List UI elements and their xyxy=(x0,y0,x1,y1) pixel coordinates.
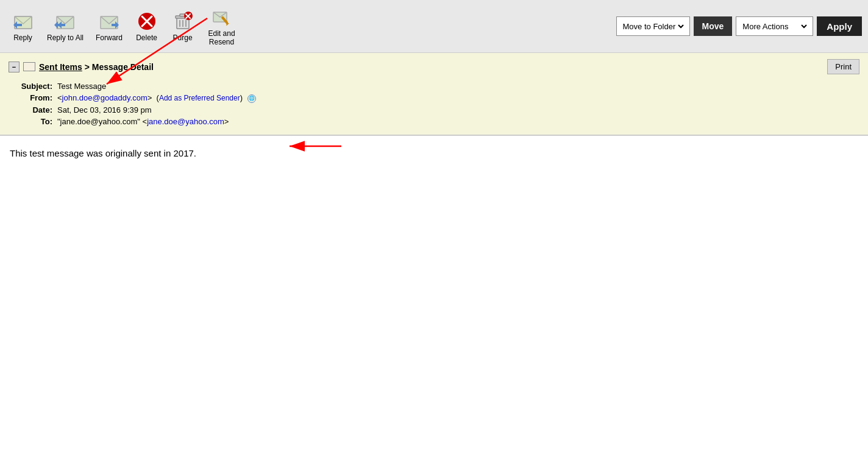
delete-label: Delete xyxy=(136,34,157,42)
date-value: Sat, Dec 03, 2016 9:39 pm xyxy=(57,105,152,115)
from-email-link[interactable]: john.doe@godaddy.com xyxy=(62,93,148,102)
edit-resend-icon xyxy=(211,6,233,28)
message-detail-label: Message Detail xyxy=(92,62,154,72)
edit-resend-button[interactable]: Edit and Resend xyxy=(202,4,241,49)
move-to-folder-select[interactable]: Move to Folder Inbox Sent Items Drafts T… xyxy=(616,16,690,36)
folder-dropdown[interactable]: Move to Folder Inbox Sent Items Drafts T… xyxy=(621,21,686,32)
message-body: This test message was originally sent in… xyxy=(0,135,868,379)
date-label: Date: xyxy=(9,105,52,115)
reply-button[interactable]: Reply xyxy=(6,8,40,44)
from-value: <john.doe@godaddy.com> (Add as Preferred… xyxy=(57,93,256,103)
collapse-button[interactable]: − xyxy=(9,62,20,72)
svg-rect-3 xyxy=(17,24,22,26)
subject-label: Subject: xyxy=(9,82,52,91)
message-body-text: This test message was originally sent in… xyxy=(10,148,858,158)
to-email-link[interactable]: jane.doe@yahoo.com xyxy=(147,117,224,126)
reply-all-icon xyxy=(54,10,76,32)
svg-rect-8 xyxy=(62,24,65,26)
subject-value: Test Message xyxy=(57,82,106,91)
to-value: "jane.doe@yahoo.com" <jane.doe@yahoo.com… xyxy=(57,117,229,126)
breadcrumb: Sent Items > Message Detail xyxy=(39,62,154,72)
print-button[interactable]: Print xyxy=(827,59,859,74)
breadcrumb-bar: − Sent Items > Message Detail Print xyxy=(9,59,859,74)
date-field: Date: Sat, Dec 03, 2016 9:39 pm xyxy=(9,105,859,115)
reply-label: Reply xyxy=(13,34,32,42)
subject-field: Subject: Test Message xyxy=(9,82,859,91)
to-field: To: "jane.doe@yahoo.com" <jane.doe@yahoo… xyxy=(9,117,859,126)
svg-rect-1 xyxy=(15,16,32,29)
reply-all-label: Reply to All xyxy=(47,34,84,42)
move-button[interactable]: Move xyxy=(694,16,733,36)
sent-items-link[interactable]: Sent Items xyxy=(39,62,82,72)
from-field: From: <john.doe@godaddy.com> (Add as Pre… xyxy=(9,93,859,103)
to-label: To: xyxy=(9,117,52,126)
toolbar: Reply Reply to All xyxy=(0,0,868,53)
purge-label: Purge xyxy=(173,34,193,42)
purge-icon xyxy=(172,10,194,32)
forward-button[interactable]: Forward xyxy=(91,8,127,44)
toolbar-right-controls: Move to Folder Inbox Sent Items Drafts T… xyxy=(616,16,862,36)
from-label: From: xyxy=(9,93,52,102)
edit-resend-label: Edit and Resend xyxy=(208,29,235,46)
more-actions-dropdown[interactable]: More Actions Mark as Unread Mark as Read… xyxy=(740,21,809,32)
add-preferred-sender-link[interactable]: Add as Preferred Sender xyxy=(159,94,240,102)
to-display-name: "jane.doe@yahoo.com" xyxy=(57,117,140,126)
reply-all-button[interactable]: Reply to All xyxy=(42,8,88,44)
svg-marker-5 xyxy=(54,21,58,29)
delete-icon xyxy=(136,10,158,32)
breadcrumb-envelope-icon xyxy=(23,62,35,71)
forward-label: Forward xyxy=(96,34,123,42)
forward-icon xyxy=(98,10,120,32)
more-actions-select[interactable]: More Actions Mark as Unread Mark as Read… xyxy=(736,16,813,36)
globe-icon: 🌐 xyxy=(247,94,256,103)
delete-button[interactable]: Delete xyxy=(130,8,163,44)
purge-button[interactable]: Purge xyxy=(166,8,199,44)
message-detail-area: − Sent Items > Message Detail Print Subj… xyxy=(0,53,868,135)
apply-button[interactable]: Apply xyxy=(817,16,862,36)
breadcrumb-left: − Sent Items > Message Detail xyxy=(9,62,154,72)
reply-icon xyxy=(12,10,34,32)
svg-rect-11 xyxy=(112,24,115,26)
breadcrumb-separator: > xyxy=(85,62,92,72)
